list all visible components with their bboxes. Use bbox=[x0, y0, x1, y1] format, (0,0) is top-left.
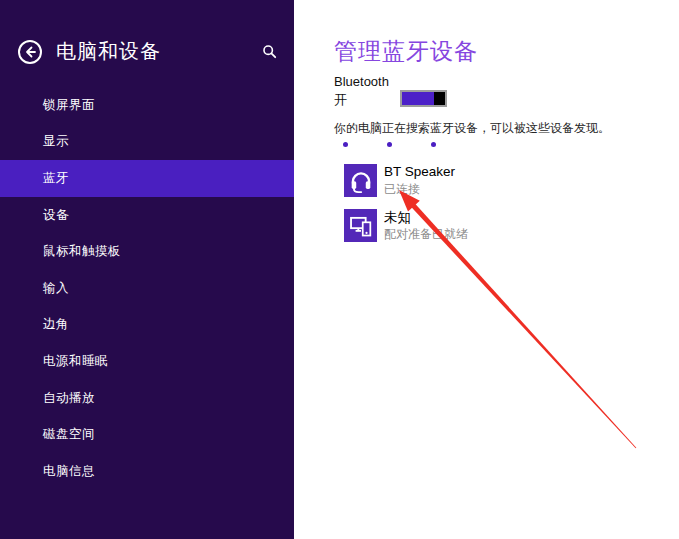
sidebar-item-label: 设备 bbox=[43, 207, 69, 224]
toggle-fill bbox=[402, 92, 434, 105]
devices-icon bbox=[344, 209, 377, 242]
sidebar-item-label: 锁屏界面 bbox=[43, 97, 95, 114]
sidebar-header: 电脑和设备 bbox=[18, 38, 161, 65]
bluetooth-toggle[interactable] bbox=[400, 90, 447, 107]
device-status: 配对准备已就绪 bbox=[384, 226, 468, 243]
device-name: 未知 bbox=[384, 209, 411, 227]
sidebar-item-pc-info[interactable]: 电脑信息 bbox=[0, 453, 294, 490]
toggle-knob[interactable] bbox=[434, 92, 445, 105]
sidebar-item-label: 鼠标和触摸板 bbox=[43, 243, 121, 260]
search-status-text: 你的电脑正在搜索蓝牙设备，可以被这些设备发现。 bbox=[334, 120, 610, 137]
sidebar-nav: 锁屏界面 显示 蓝牙 设备 鼠标和触摸板 输入 边角 电源和睡眠 自动播放 磁盘… bbox=[0, 87, 294, 490]
search-icon bbox=[262, 45, 277, 62]
sidebar-item-mouse-touchpad[interactable]: 鼠标和触摸板 bbox=[0, 233, 294, 270]
sidebar-item-display[interactable]: 显示 bbox=[0, 124, 294, 161]
device-status: 已连接 bbox=[384, 181, 420, 198]
bluetooth-label: Bluetooth bbox=[334, 74, 389, 89]
headset-icon bbox=[344, 164, 377, 197]
sidebar-item-bluetooth[interactable]: 蓝牙 bbox=[0, 160, 294, 197]
progress-dot bbox=[343, 142, 348, 147]
sidebar-item-autoplay[interactable]: 自动播放 bbox=[0, 380, 294, 417]
sidebar-item-label: 蓝牙 bbox=[43, 170, 69, 187]
bluetooth-settings-panel: 管理蓝牙设备 Bluetooth 开 你的电脑正在搜索蓝牙设备，可以被这些设备发… bbox=[334, 0, 679, 539]
progress-dot bbox=[431, 142, 436, 147]
sidebar-item-label: 电脑信息 bbox=[43, 463, 95, 480]
toggle-state-label: 开 bbox=[334, 91, 347, 109]
sidebar-item-label: 显示 bbox=[43, 133, 69, 150]
sidebar-item-corners[interactable]: 边角 bbox=[0, 307, 294, 344]
sidebar-item-label: 电源和睡眠 bbox=[43, 353, 108, 370]
device-row-unknown[interactable]: 未知 配对准备已就绪 bbox=[344, 209, 664, 249]
sidebar-item-typing[interactable]: 输入 bbox=[0, 270, 294, 307]
device-row-bt-speaker[interactable]: BT Speaker 已连接 bbox=[344, 164, 664, 204]
back-arrow-icon bbox=[23, 45, 37, 59]
sidebar-item-label: 输入 bbox=[43, 280, 69, 297]
search-button[interactable] bbox=[262, 44, 278, 60]
device-name: BT Speaker bbox=[384, 164, 455, 179]
back-button[interactable] bbox=[18, 40, 42, 64]
sidebar-item-label: 边角 bbox=[43, 316, 69, 333]
settings-sidebar: 电脑和设备 锁屏界面 显示 蓝牙 设备 鼠标和触摸板 输入 边角 电源和睡眠 自… bbox=[0, 0, 294, 539]
sidebar-item-label: 磁盘空间 bbox=[43, 426, 95, 443]
sidebar-item-disk-space[interactable]: 磁盘空间 bbox=[0, 416, 294, 453]
progress-dots bbox=[343, 142, 473, 148]
sidebar-item-lock-screen[interactable]: 锁屏界面 bbox=[0, 87, 294, 124]
page-title: 管理蓝牙设备 bbox=[334, 36, 478, 67]
sidebar-title: 电脑和设备 bbox=[56, 38, 161, 65]
sidebar-item-power-sleep[interactable]: 电源和睡眠 bbox=[0, 343, 294, 380]
sidebar-item-label: 自动播放 bbox=[43, 390, 95, 407]
progress-dot bbox=[387, 142, 392, 147]
sidebar-item-devices[interactable]: 设备 bbox=[0, 197, 294, 234]
